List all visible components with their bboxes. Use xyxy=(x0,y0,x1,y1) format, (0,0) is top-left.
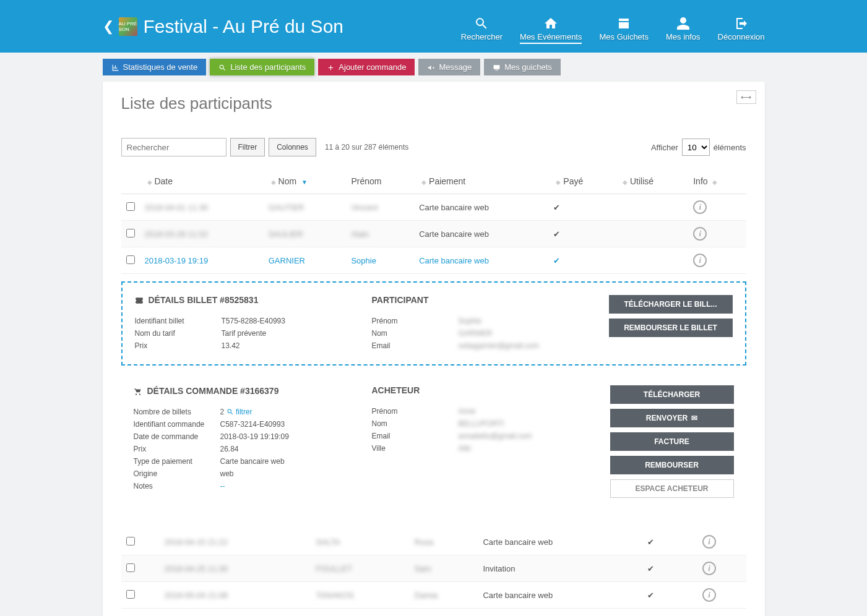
row-checkbox[interactable] xyxy=(126,563,135,572)
col-prenom[interactable]: Prénom xyxy=(346,169,414,194)
expand-button[interactable]: ⟷ xyxy=(736,90,756,104)
search-input[interactable] xyxy=(121,138,226,156)
btn-label: Message xyxy=(439,62,472,72)
participants-table-after: 2018-04-15 21:22SALTARosaCarte bancaire … xyxy=(121,529,746,609)
chart-icon xyxy=(111,62,119,72)
nav-label: Mes Evénements xyxy=(520,32,582,44)
cell-utilise xyxy=(677,582,697,609)
info-icon[interactable]: i xyxy=(702,588,716,602)
cell-date: 2018-05-04 21:08 xyxy=(164,591,228,600)
columns-button[interactable]: Colonnes xyxy=(269,138,316,156)
col-nom[interactable]: ◆ Nom ▼ xyxy=(264,169,347,194)
main-panel: ⟷ Liste des participants Filtrer Colonne… xyxy=(103,82,765,616)
show-label: Afficher xyxy=(651,143,678,152)
row-checkbox[interactable] xyxy=(126,202,135,211)
cell-prenom: Sophie xyxy=(351,256,376,265)
cell-utilise xyxy=(677,529,697,555)
buyer-title: ACHETEUR xyxy=(372,385,592,395)
elements-label: éléments xyxy=(714,143,746,152)
info-icon[interactable]: i xyxy=(693,200,707,214)
cell-date: 2018-03-19 19:19 xyxy=(145,256,209,265)
cell-paiement: Carte bancaire web xyxy=(414,221,548,247)
nav-counters[interactable]: Mes Guichets xyxy=(599,14,648,41)
info-icon[interactable]: i xyxy=(702,562,716,575)
download-order-button[interactable]: TÉLÉCHARGER xyxy=(610,385,734,404)
row-checkbox[interactable] xyxy=(126,255,135,264)
nav-profile[interactable]: Mes infos xyxy=(666,14,701,41)
nav-label: Déconnexion xyxy=(718,32,765,41)
notes-link[interactable]: -- xyxy=(220,482,353,490)
message-button[interactable]: Message xyxy=(418,59,480,75)
btn-label: Mes guichets xyxy=(504,62,552,72)
cell-utilise xyxy=(615,247,688,274)
cell-utilise xyxy=(615,194,688,221)
cell-date: 2018-04-25 11:30 xyxy=(164,564,228,573)
refund-order-button[interactable]: REMBOURSER xyxy=(610,456,734,474)
home-icon xyxy=(520,14,582,31)
counters-button[interactable]: Mes guichets xyxy=(484,59,561,75)
info-icon[interactable]: i xyxy=(693,254,707,267)
topbar: ❮ AU PRÉ SON Festival - Au Pré du Son Re… xyxy=(0,0,867,53)
cell-nom: TANAKOS xyxy=(316,591,353,600)
col-utilise[interactable]: ◆ Utilisé xyxy=(615,169,688,194)
invoice-button[interactable]: FACTURE xyxy=(610,432,734,451)
participant-title: PARTICIPANT xyxy=(372,295,590,305)
table-row[interactable]: 2018-05-04 21:08TANAKOSDamiaCarte bancai… xyxy=(121,582,746,609)
table-row[interactable]: 2018-03-28 11:02SAULIERAlainCarte bancai… xyxy=(121,221,746,247)
search-icon xyxy=(218,62,226,72)
brand-logo: AU PRÉ SON xyxy=(119,17,137,36)
ticket-title: DÉTAILS BILLET #8525831 xyxy=(149,295,259,305)
cell-nom: GARNIER xyxy=(269,256,305,265)
cell-paye: ✔ xyxy=(642,555,677,582)
buyer-space-button[interactable]: ESPACE ACHETEUR xyxy=(610,479,734,498)
nav-events[interactable]: Mes Evénements xyxy=(520,14,582,44)
row-checkbox[interactable] xyxy=(126,537,135,545)
btn-label: Liste des participants xyxy=(230,62,306,72)
cell-utilise xyxy=(615,221,688,247)
cell-date: 2018-04-15 21:22 xyxy=(164,537,228,547)
cart-icon xyxy=(134,385,142,395)
cell-date: 2018-03-28 11:02 xyxy=(145,229,209,239)
page-size-select[interactable]: 10 xyxy=(682,139,710,156)
info-icon[interactable]: i xyxy=(702,535,716,549)
row-checkbox[interactable] xyxy=(126,590,135,599)
table-row[interactable]: 2018-04-25 11:30FOULLETSamInvitation✔i xyxy=(121,555,746,582)
order-title: DÉTAILS COMMANDE #3166379 xyxy=(147,386,279,396)
order-details: DÉTAILS COMMANDE #3166379 Nombre de bill… xyxy=(121,373,746,516)
cell-utilise xyxy=(677,555,697,582)
cell-nom: FOULLET xyxy=(316,564,352,573)
info-icon[interactable]: i xyxy=(693,227,707,241)
ticket-details: DÉTAILS BILLET #8525831 Identifiant bill… xyxy=(121,281,746,366)
col-date[interactable]: ◆ Date xyxy=(140,169,264,194)
stats-button[interactable]: Statistiques de vente xyxy=(103,59,207,75)
logout-icon xyxy=(718,14,765,31)
table-row[interactable]: 2018-04-01 11:30GAUTIERVincentCarte banc… xyxy=(121,194,746,221)
resend-button[interactable]: RENVOYER ✉ xyxy=(610,409,734,427)
cell-paye: ✔ xyxy=(642,529,677,555)
cell-paye: ✔ xyxy=(548,221,615,247)
table-row[interactable]: 2018-04-15 21:22SALTARosaCarte bancaire … xyxy=(121,529,746,555)
screen-icon xyxy=(493,62,501,72)
filter-link[interactable]: filtrer xyxy=(226,408,252,416)
col-info[interactable]: Info ◆ xyxy=(688,169,746,194)
refund-ticket-button[interactable]: REMBOURSER LE BILLET xyxy=(609,319,733,337)
add-order-button[interactable]: Ajouter commande xyxy=(318,59,415,75)
download-ticket-button[interactable]: TÉLÉCHARGER LE BILL... xyxy=(609,295,733,314)
page-title: Festival - Au Pré du Son xyxy=(144,16,461,37)
filter-button[interactable]: Filtrer xyxy=(230,138,265,156)
participants-button[interactable]: Liste des participants xyxy=(210,59,314,75)
ticket-icon xyxy=(135,295,144,305)
cell-prenom: Damia xyxy=(415,591,438,600)
cell-prenom: Sam xyxy=(415,564,431,573)
cell-paiement: Carte bancaire web xyxy=(414,247,548,274)
col-paiement[interactable]: ◆ Paiement xyxy=(414,169,548,194)
nav-label: Rechercher xyxy=(461,32,503,41)
nav-logout[interactable]: Déconnexion xyxy=(718,14,765,41)
row-checkbox[interactable] xyxy=(126,229,135,237)
plus-icon xyxy=(327,62,335,72)
col-paye[interactable]: ◆ Payé xyxy=(548,169,615,194)
table-row[interactable]: 2018-03-19 19:19GARNIERSophieCarte banca… xyxy=(121,247,746,274)
nav-search[interactable]: Rechercher xyxy=(461,14,503,41)
back-icon[interactable]: ❮ xyxy=(103,19,114,35)
btn-label: Statistiques de vente xyxy=(123,62,198,72)
